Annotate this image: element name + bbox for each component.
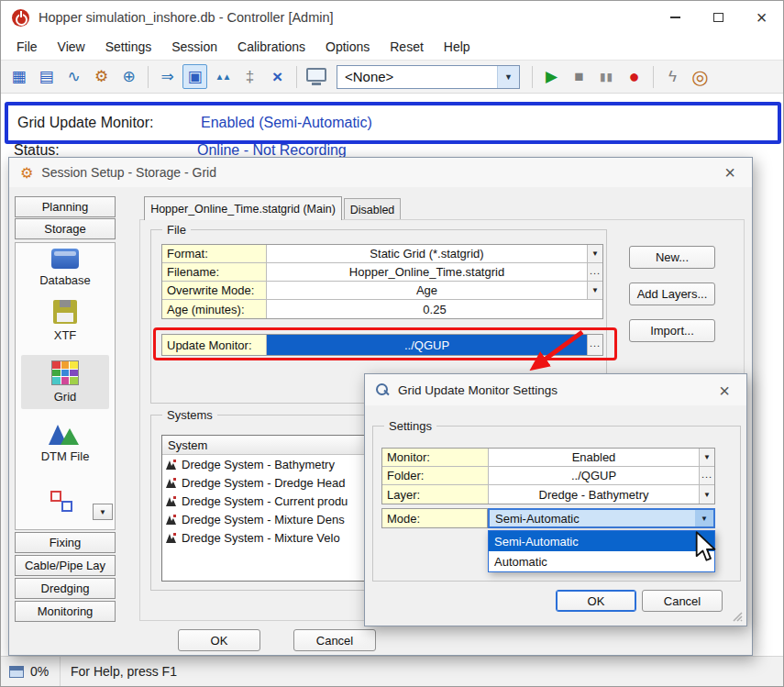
format-field[interactable]: Static Grid (*.statgrid): [267, 245, 587, 262]
menubar: File View Settings Session Calibrations …: [1, 34, 783, 60]
matrix-icon[interactable]: ▦: [6, 64, 31, 89]
network-icon[interactable]: ×: [265, 64, 290, 89]
overwrite-mode-row: Overwrite Mode: Age ▼: [162, 282, 602, 300]
record-button[interactable]: ●: [622, 64, 646, 89]
session-cancel-button[interactable]: Cancel: [293, 629, 376, 651]
ruler-icon[interactable]: ‡: [237, 64, 262, 89]
layer-field[interactable]: Dredge - Bathymetry: [489, 485, 699, 504]
minimize-icon: [670, 17, 680, 18]
settings-cancel-button[interactable]: Cancel: [642, 590, 723, 612]
sidebar-item-storage[interactable]: Storage: [15, 218, 116, 239]
session-setup-icon: ⚙: [20, 164, 33, 182]
menu-calibrations[interactable]: Calibrations: [227, 36, 315, 58]
overwrite-dropdown-icon[interactable]: ▼: [587, 282, 602, 299]
grid-update-monitor-banner: Grid Update Monitor: Enabled (Semi-Autom…: [5, 102, 781, 144]
grid-tool-icon[interactable]: ▣: [182, 64, 207, 89]
new-button[interactable]: New...: [629, 246, 715, 269]
tab-statgrid-main[interactable]: Hopper_Online_Time.statgrid (Main): [144, 196, 342, 220]
peaks-icon[interactable]: ▲▲: [210, 64, 235, 89]
folder-browse-button[interactable]: ...: [699, 467, 714, 484]
help-ring-icon[interactable]: ◎: [688, 64, 712, 89]
monitor-field[interactable]: Enabled: [489, 449, 699, 466]
mode-combobox[interactable]: Semi-Automatic ▼: [488, 508, 715, 528]
sidebar-item-partial[interactable]: [50, 491, 80, 516]
sidebar-more-dropdown[interactable]: ▼: [93, 504, 113, 520]
session-dialog-titlebar[interactable]: ⚙ Session Setup - Storage - Grid ×: [9, 158, 752, 187]
mountains-icon: [49, 423, 82, 445]
maximize-icon: [713, 13, 723, 22]
overwrite-mode-field[interactable]: Age: [267, 282, 587, 299]
menu-session[interactable]: Session: [161, 36, 227, 58]
globe-icon[interactable]: ⊕: [116, 64, 141, 89]
update-monitor-field[interactable]: ../QGUP: [267, 335, 587, 355]
maximize-button[interactable]: [697, 1, 740, 34]
titlebar[interactable]: Hopper simulation_inshore.db - Controlle…: [1, 1, 783, 34]
statusbar-divider: [60, 657, 61, 687]
tab-disabled[interactable]: Disabled: [344, 198, 401, 220]
settings-group-title: Settings: [384, 419, 436, 433]
session-ok-button[interactable]: OK: [178, 629, 260, 651]
sidebar-item-database[interactable]: Database: [16, 249, 115, 287]
save-icon[interactable]: ▤: [34, 64, 59, 89]
export-icon[interactable]: ⇒: [155, 64, 180, 89]
file-table: Format: Static Grid (*.statgrid) ▼ Filen…: [161, 244, 603, 319]
sidebar-item-dredging[interactable]: Dredging: [15, 578, 116, 599]
device-icon: [165, 495, 177, 507]
sidebar-item-cable-pipe-lay[interactable]: Cable/Pipe Lay: [15, 555, 116, 576]
sidebar-item-dtm-file[interactable]: DTM File: [16, 423, 115, 463]
option-semi-automatic[interactable]: Semi-Automatic: [489, 531, 714, 551]
pause-button[interactable]: ▮▮: [594, 64, 619, 89]
display-icon[interactable]: [304, 64, 328, 89]
layer-dropdown-icon[interactable]: ▼: [699, 485, 714, 504]
settings-dialog-close-icon[interactable]: ×: [713, 380, 735, 402]
stop-button[interactable]: ■: [567, 64, 591, 89]
sidebar-item-monitoring[interactable]: Monitoring: [15, 601, 116, 622]
preset-dropdown[interactable]: <None> ▼: [337, 65, 520, 89]
toolbar-separator: [296, 66, 297, 88]
spline-icon[interactable]: ∿: [61, 64, 86, 89]
format-dropdown-icon[interactable]: ▼: [587, 245, 602, 262]
session-dialog-close-icon[interactable]: ×: [719, 161, 741, 183]
folder-field[interactable]: ../QGUP: [489, 467, 699, 484]
sidebar-item-fixing[interactable]: Fixing: [15, 532, 116, 553]
device-icon: [165, 477, 177, 489]
add-layers-button[interactable]: Add Layers...: [629, 283, 715, 305]
monitor-icon: [306, 68, 326, 82]
age-field[interactable]: 0.25: [267, 300, 602, 318]
preset-value: <None>: [337, 69, 497, 84]
sidebar-item-planning[interactable]: Planning: [15, 196, 116, 217]
menu-options[interactable]: Options: [315, 36, 380, 58]
close-button[interactable]: ×: [740, 1, 783, 34]
filename-browse-button[interactable]: ...: [587, 263, 602, 281]
import-button[interactable]: Import...: [629, 319, 715, 342]
folder-row: Folder: ../QGUP ...: [382, 467, 714, 485]
minimize-button[interactable]: [654, 1, 697, 34]
monitor-row: Monitor: Enabled ▼: [382, 449, 714, 467]
floppy-disk-icon: [53, 300, 77, 324]
sidebar-item-grid[interactable]: Grid: [21, 355, 109, 409]
banner-label: Grid Update Monitor:: [17, 115, 154, 131]
settings-dialog-titlebar[interactable]: Grid Update Monitor Settings ×: [365, 374, 746, 405]
grid-update-monitor-settings-dialog: Grid Update Monitor Settings × Settings …: [364, 373, 747, 626]
play-button[interactable]: ▶: [539, 64, 564, 89]
option-automatic[interactable]: Automatic: [489, 551, 714, 571]
monitor-dropdown-icon[interactable]: ▼: [699, 449, 714, 466]
menu-view[interactable]: View: [48, 36, 95, 58]
app-window: Hopper simulation_inshore.db - Controlle…: [0, 0, 784, 687]
disconnect-icon[interactable]: ϟ: [660, 64, 685, 89]
magnifier-icon: [376, 383, 390, 397]
menu-reset[interactable]: Reset: [380, 36, 434, 58]
menu-settings[interactable]: Settings: [95, 36, 162, 58]
chevron-down-icon[interactable]: ▼: [695, 510, 713, 526]
sidebar-item-xtf[interactable]: XTF: [16, 300, 115, 342]
resize-grip[interactable]: [732, 611, 744, 623]
gears-icon[interactable]: ⚙: [89, 64, 114, 89]
settings-ok-button[interactable]: OK: [556, 590, 636, 612]
statusbar-progress: 0%: [30, 664, 49, 679]
menu-help[interactable]: Help: [434, 36, 480, 58]
toolbar-separator: [532, 66, 533, 88]
menu-file[interactable]: File: [6, 36, 48, 58]
filename-field[interactable]: Hopper_Online_Time.statgrid: [267, 263, 587, 281]
update-monitor-browse-button[interactable]: ...: [587, 335, 602, 355]
chevron-down-icon[interactable]: ▼: [497, 66, 519, 88]
